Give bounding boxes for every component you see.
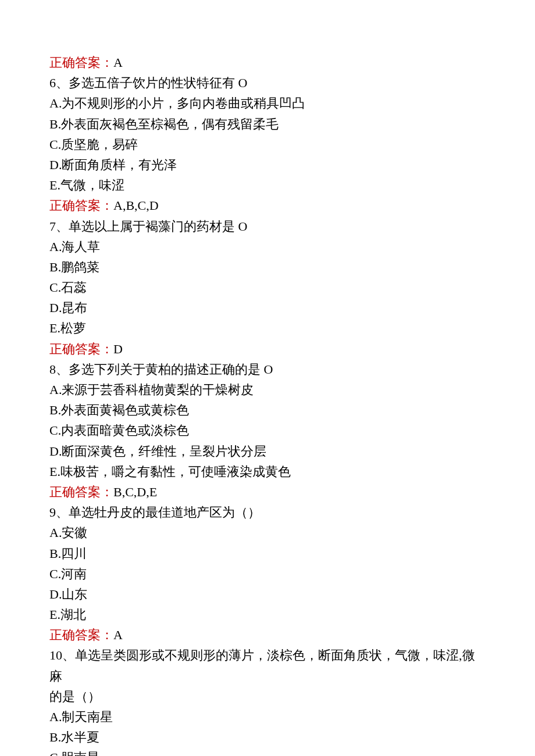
option-text: E.气微，味涩 bbox=[49, 178, 124, 192]
question-type: 单选 bbox=[69, 505, 94, 519]
question-stem-text: 牡丹皮的最佳道地产区为（） bbox=[94, 505, 261, 519]
option-line: A.制天南星 bbox=[49, 707, 486, 727]
answer-label: 正确答案： bbox=[49, 628, 113, 642]
option-line: C.内表面暗黄色或淡棕色 bbox=[49, 420, 486, 440]
answer-label: 正确答案： bbox=[49, 198, 113, 213]
option-line: C.河南 bbox=[49, 564, 486, 584]
option-line: B.水半夏 bbox=[49, 727, 486, 747]
question-number: 7、 bbox=[49, 219, 69, 234]
question-stem-text: 呈类圆形或不规则形的薄片，淡棕色，断面角质状，气微，味涩,微麻 bbox=[49, 648, 475, 683]
question-stem: 的是（） bbox=[49, 686, 486, 707]
question-stem-text: 五倍子饮片的性状特征有 O bbox=[94, 76, 247, 90]
option-line: B.四川 bbox=[49, 543, 486, 564]
option-line: D.断面角质样，有光泽 bbox=[49, 155, 486, 175]
option-text: B.鹏鸽菜 bbox=[49, 260, 99, 274]
option-line: C.胆南星 bbox=[49, 747, 486, 756]
question-stem-text: 的是（） bbox=[49, 689, 101, 704]
answer-label: 正确答案： bbox=[49, 342, 113, 356]
option-text: A.来源于芸香科植物黄梨的干燥树皮 bbox=[49, 382, 254, 397]
option-text: B.水半夏 bbox=[49, 730, 99, 744]
answer-line: 正确答案：A bbox=[49, 52, 486, 73]
option-text: D.断面深黄色，纤维性，呈裂片状分层 bbox=[49, 444, 266, 458]
answer-label: 正确答案： bbox=[49, 55, 113, 70]
option-text: D.断面角质样，有光泽 bbox=[49, 157, 177, 172]
option-text: B.外表面黄褐色或黄棕色 bbox=[49, 403, 189, 417]
option-line: B.外表面黄褐色或黄棕色 bbox=[49, 400, 486, 420]
question-number: 10、 bbox=[49, 648, 75, 662]
option-line: C.石蕊 bbox=[49, 277, 486, 298]
answer-value: A bbox=[113, 55, 123, 70]
option-line: A.来源于芸香科植物黄梨的干燥树皮 bbox=[49, 379, 486, 400]
option-text: C.石蕊 bbox=[49, 280, 87, 295]
question-number: 9、 bbox=[49, 505, 69, 519]
option-text: C.内表面暗黄色或淡棕色 bbox=[49, 423, 189, 438]
question-stem-text: 以上属于褐藻门的药材是 O bbox=[94, 219, 247, 234]
option-line: E.味极苦，嚼之有黏性，可使唾液染成黄色 bbox=[49, 461, 486, 482]
option-line: E.气微，味涩 bbox=[49, 175, 486, 195]
option-text: E.松萝 bbox=[49, 321, 86, 335]
option-line: A.安徽 bbox=[49, 522, 486, 543]
option-line: D.昆布 bbox=[49, 298, 486, 318]
question-stem: 7、单选以上属于褐藻门的药材是 O bbox=[49, 216, 486, 237]
answer-line: 正确答案：D bbox=[49, 339, 486, 359]
option-line: A.海人草 bbox=[49, 237, 486, 257]
answer-value: B,C,D,E bbox=[113, 485, 157, 499]
answer-value: A bbox=[113, 628, 123, 642]
option-text: B.四川 bbox=[49, 546, 87, 561]
option-text: A.海人草 bbox=[49, 239, 100, 254]
option-line: E.松萝 bbox=[49, 318, 486, 338]
question-type: 单选 bbox=[75, 648, 101, 662]
answer-value: A,B,C,D bbox=[113, 198, 159, 213]
option-text: C.胆南星 bbox=[49, 750, 99, 756]
option-text: E.味极苦，嚼之有黏性，可使唾液染成黄色 bbox=[49, 464, 291, 479]
option-text: A.为不规则形的小片，多向内卷曲或稍具凹凸 bbox=[49, 96, 305, 110]
answer-value: D bbox=[113, 342, 123, 356]
option-line: B.鹏鸽菜 bbox=[49, 257, 486, 277]
answer-line: 正确答案：A,B,C,D bbox=[49, 195, 486, 216]
option-text: C.河南 bbox=[49, 567, 87, 581]
option-text: D.山东 bbox=[49, 587, 87, 601]
option-text: A.安徽 bbox=[49, 525, 87, 540]
option-text: A.制天南星 bbox=[49, 710, 113, 724]
option-line: E.湖北 bbox=[49, 604, 486, 625]
question-stem: 8、多选下列关于黄柏的描述正确的是 O bbox=[49, 359, 486, 379]
question-stem: 10、单选呈类圆形或不规则形的薄片，淡棕色，断面角质状，气微，味涩,微麻 bbox=[49, 645, 486, 686]
option-text: B.外表面灰褐色至棕褐色，偶有残留柔毛 bbox=[49, 117, 279, 131]
question-number: 6、 bbox=[49, 76, 69, 90]
option-text: D.昆布 bbox=[49, 300, 87, 315]
question-stem-text: 下列关于黄柏的描述正确的是 O bbox=[94, 362, 273, 377]
question-stem: 9、单选牡丹皮的最佳道地产区为（） bbox=[49, 502, 486, 522]
option-line: A.为不规则形的小片，多向内卷曲或稍具凹凸 bbox=[49, 93, 486, 113]
answer-line: 正确答案：B,C,D,E bbox=[49, 482, 486, 502]
option-text: E.湖北 bbox=[49, 607, 86, 622]
question-type: 多选 bbox=[69, 76, 94, 90]
question-type: 多选 bbox=[69, 362, 94, 377]
question-number: 8、 bbox=[49, 362, 69, 377]
option-line: C.质坚脆，易碎 bbox=[49, 134, 486, 155]
question-type: 单选 bbox=[69, 219, 94, 234]
option-text: C.质坚脆，易碎 bbox=[49, 137, 138, 152]
option-line: D.断面深黄色，纤维性，呈裂片状分层 bbox=[49, 441, 486, 461]
option-line: D.山东 bbox=[49, 584, 486, 604]
answer-line: 正确答案：A bbox=[49, 625, 486, 645]
option-line: B.外表面灰褐色至棕褐色，偶有残留柔毛 bbox=[49, 114, 486, 134]
answer-label: 正确答案： bbox=[49, 485, 113, 499]
question-stem: 6、多选五倍子饮片的性状特征有 O bbox=[49, 73, 486, 93]
